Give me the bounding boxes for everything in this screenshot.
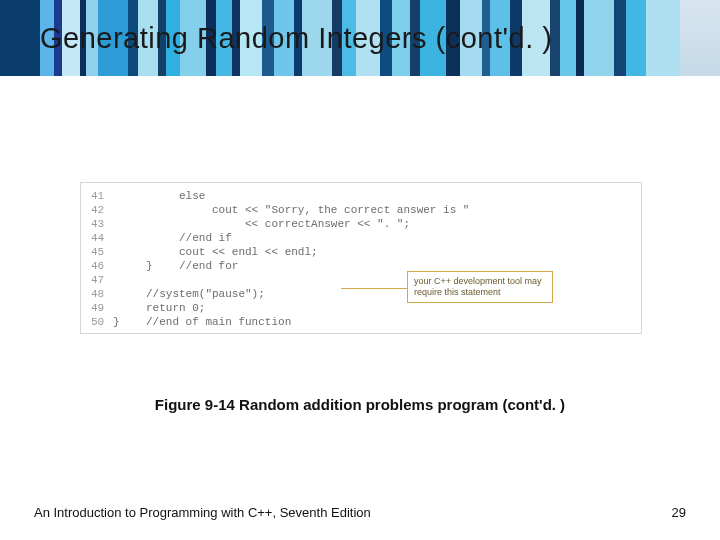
code-panel: 41 else 42 cout << "Sorry, the correct a… — [80, 182, 642, 334]
callout-connector — [341, 288, 407, 289]
code-inner: 41 else 42 cout << "Sorry, the correct a… — [81, 183, 641, 335]
title-banner: Generating Random Integers (cont'd. ) — [0, 0, 720, 76]
code-line: 45 cout << endl << endl; — [91, 245, 631, 259]
figure-caption: Figure 9-14 Random addition problems pro… — [0, 396, 720, 413]
code-line: 50} //end of main function — [91, 315, 631, 329]
footer-text: An Introduction to Programming with C++,… — [34, 505, 371, 520]
callout-box: your C++ development tool may require th… — [407, 271, 553, 303]
code-line: 44 //end if — [91, 231, 631, 245]
code-line: 49 return 0; — [91, 301, 631, 315]
page-number: 29 — [672, 505, 686, 520]
slide-title: Generating Random Integers (cont'd. ) — [40, 22, 680, 55]
title-wrap: Generating Random Integers (cont'd. ) — [40, 22, 680, 55]
code-line: 43 << correctAnswer << ". "; — [91, 217, 631, 231]
code-line: 42 cout << "Sorry, the correct answer is… — [91, 203, 631, 217]
code-line: 41 else — [91, 189, 631, 203]
